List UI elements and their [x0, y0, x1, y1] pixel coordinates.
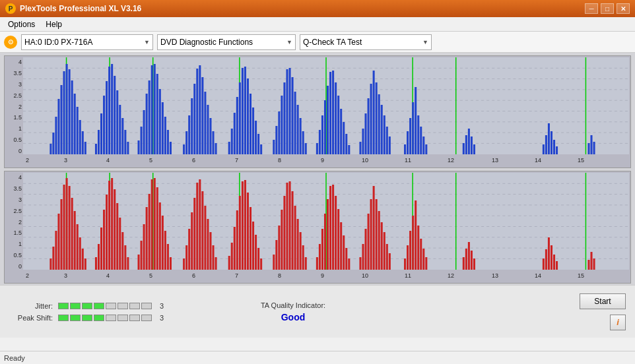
svg-rect-116	[381, 105, 383, 154]
jitter-cell-2	[70, 303, 81, 309]
metrics-section: Jitter: 3 Peak Shift:	[7, 302, 241, 322]
svg-rect-124	[415, 87, 417, 154]
svg-rect-21	[63, 71, 65, 154]
svg-rect-188	[143, 224, 145, 270]
svg-rect-203	[193, 198, 195, 270]
svg-rect-142	[593, 142, 595, 154]
svg-rect-240	[321, 229, 323, 270]
svg-rect-266	[412, 216, 414, 270]
y-label-4: 4	[6, 59, 22, 65]
jitter-cell-4	[94, 303, 104, 309]
close-button[interactable]: ✕	[617, 3, 630, 14]
svg-rect-138	[553, 140, 555, 154]
svg-rect-40	[121, 118, 123, 154]
svg-rect-187	[141, 241, 143, 270]
svg-rect-19	[57, 99, 59, 154]
svg-rect-189	[146, 207, 148, 270]
svg-rect-262	[389, 253, 391, 270]
minimize-button[interactable]: ─	[585, 3, 598, 14]
y-label-15: 1.5	[6, 114, 22, 121]
svg-rect-250	[348, 258, 350, 270]
ta-section: TA Quality Indicator: Good	[241, 301, 345, 322]
svg-rect-185	[127, 257, 129, 270]
svg-rect-236	[302, 245, 304, 270]
svg-rect-119	[389, 136, 391, 154]
svg-rect-277	[543, 258, 545, 270]
svg-rect-181	[116, 203, 118, 270]
svg-rect-283	[587, 260, 589, 270]
svg-rect-194	[159, 202, 161, 270]
by-label-15: 1.5	[6, 229, 22, 236]
svg-rect-160	[52, 247, 54, 270]
svg-rect-37	[114, 76, 116, 154]
start-button[interactable]: Start	[580, 293, 626, 309]
svg-rect-162	[57, 214, 59, 270]
svg-rect-254	[368, 214, 370, 270]
svg-rect-242	[327, 199, 329, 270]
svg-rect-224	[260, 258, 262, 270]
svg-rect-191	[151, 179, 153, 270]
menu-help[interactable]: Help	[40, 18, 67, 30]
test-selector[interactable]: Q-Check TA Test ▼	[300, 34, 432, 50]
svg-rect-128	[425, 144, 427, 154]
svg-rect-123	[412, 102, 414, 154]
svg-rect-29	[84, 142, 86, 154]
peak-cell-6	[117, 315, 128, 321]
svg-rect-56	[183, 144, 185, 154]
svg-rect-235	[300, 232, 302, 270]
menu-options[interactable]: Options	[3, 18, 40, 30]
svg-rect-229	[283, 196, 285, 270]
svg-rect-268	[417, 226, 419, 270]
svg-rect-53	[164, 117, 166, 154]
info-button[interactable]: i	[610, 315, 626, 330]
svg-rect-227	[278, 226, 280, 270]
svg-rect-260	[384, 232, 385, 270]
svg-rect-244	[332, 185, 334, 270]
y-label-25: 2.5	[6, 92, 22, 99]
peak-cell-3	[82, 315, 92, 321]
svg-rect-87	[286, 69, 288, 154]
drive-selector[interactable]: HA:0 ID:0 PX-716A ▼	[21, 34, 153, 50]
svg-rect-237	[305, 257, 307, 270]
svg-rect-180	[114, 189, 116, 270]
svg-rect-281	[553, 255, 555, 270]
svg-rect-64	[204, 92, 206, 154]
restore-button[interactable]: □	[601, 3, 614, 14]
svg-rect-127	[422, 136, 424, 154]
svg-rect-47	[149, 80, 150, 154]
top-chart-plot	[23, 57, 629, 154]
svg-rect-79	[255, 121, 257, 154]
svg-rect-215	[236, 210, 238, 270]
svg-rect-130	[465, 135, 467, 154]
svg-rect-170	[79, 237, 81, 270]
svg-rect-269	[420, 239, 422, 270]
svg-rect-110	[365, 113, 367, 154]
svg-rect-33	[103, 96, 105, 154]
function-selector[interactable]: DVD Diagnostic Functions ▼	[157, 34, 296, 50]
svg-rect-172	[84, 258, 86, 270]
svg-rect-42	[127, 142, 129, 154]
by-label-0: 0	[6, 263, 22, 270]
svg-rect-186	[138, 255, 140, 270]
svg-rect-102	[335, 82, 337, 154]
svg-rect-201	[188, 229, 190, 270]
svg-rect-82	[273, 140, 275, 154]
svg-rect-106	[345, 134, 347, 154]
svg-rect-129	[463, 143, 465, 154]
svg-rect-69	[228, 142, 230, 154]
svg-rect-225	[273, 255, 275, 270]
y-label-3: 3	[6, 81, 22, 88]
svg-rect-100	[329, 72, 331, 154]
test-arrow: ▼	[422, 39, 428, 46]
svg-rect-175	[100, 228, 102, 270]
svg-rect-252	[362, 244, 364, 270]
bottom-y-axis: 4 3.5 3 2.5 2 1.5 1 0.5 0	[6, 173, 23, 270]
svg-rect-46	[146, 94, 148, 154]
svg-rect-251	[359, 257, 361, 270]
svg-rect-216	[239, 196, 241, 270]
svg-rect-198	[170, 257, 172, 270]
svg-rect-49	[154, 64, 156, 154]
by-label-35: 3.5	[6, 185, 22, 192]
peak-cell-7	[129, 315, 140, 321]
svg-rect-68	[215, 143, 217, 154]
